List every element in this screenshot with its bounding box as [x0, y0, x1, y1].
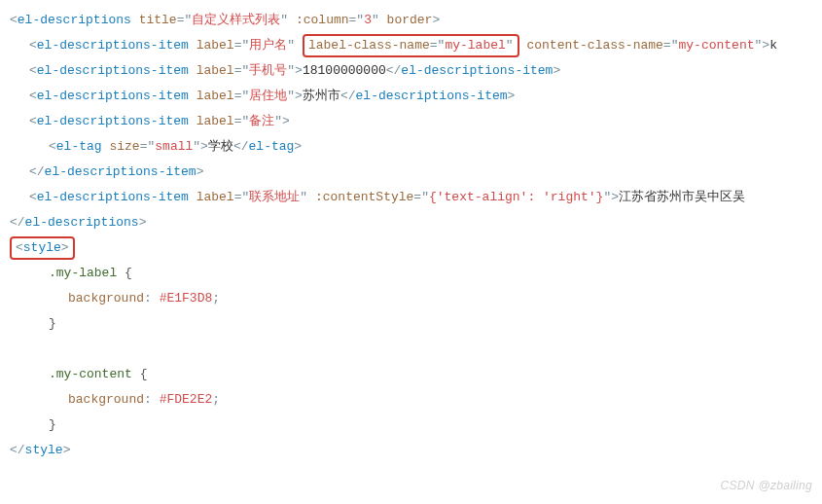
- code-line: <el-descriptions-item label="联系地址" :cont…: [10, 185, 812, 210]
- code-line: <el-descriptions title="自定义样式列表" :column…: [10, 8, 812, 33]
- code-line: <el-descriptions-item label="手机号">181000…: [10, 58, 812, 84]
- code-line: <el-descriptions-item label="用户名" label-…: [10, 33, 812, 58]
- code-line: <el-descriptions-item label="备注">: [10, 109, 812, 134]
- code-line: <style>: [10, 235, 812, 261]
- highlight-style-tag: <style>: [10, 236, 75, 260]
- code-line: </style>: [10, 438, 812, 463]
- code-line: background: #E1F3D8;: [10, 286, 812, 311]
- code-line: .my-content {: [10, 362, 812, 387]
- code-line: </el-descriptions-item>: [10, 160, 812, 185]
- watermark: CSDN @zbailing: [721, 473, 812, 498]
- code-line: <el-tag size="small">学校</el-tag>: [10, 134, 812, 160]
- code-line: background: #FDE2E2;: [10, 387, 812, 413]
- code-line: [10, 337, 812, 362]
- highlight-label-class-name: label-class-name="my-label": [303, 34, 519, 57]
- code-line: }: [10, 311, 812, 337]
- code-line: <el-descriptions-item label="居住地">苏州市</e…: [10, 84, 812, 109]
- code-line: </el-descriptions>: [10, 210, 812, 235]
- code-line: }: [10, 413, 812, 438]
- code-line: .my-label {: [10, 261, 812, 286]
